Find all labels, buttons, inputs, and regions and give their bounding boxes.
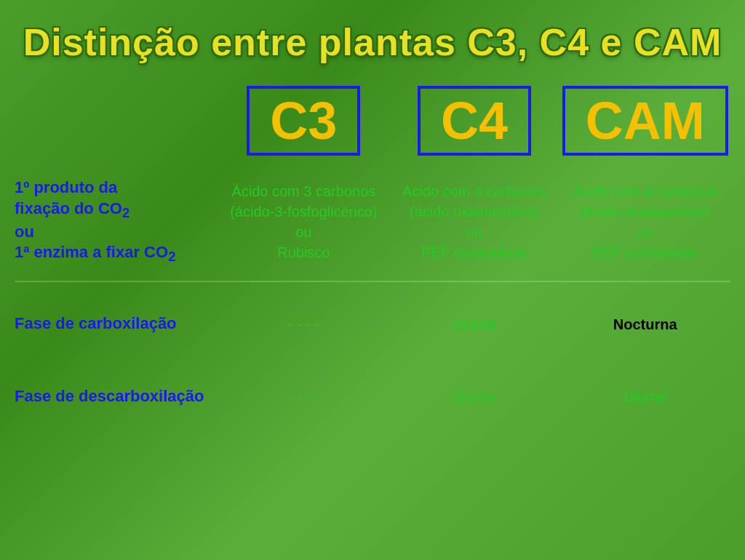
main-table: C3 C4 CAM 1º produto da fixação do CO2 o… (0, 86, 745, 426)
cam-carboxilacao: Nocturna (559, 314, 730, 335)
row-first-product: 1º produto da fixação do CO2 ou 1ª enzim… (15, 177, 730, 266)
divider-1 (15, 281, 730, 282)
c3-box: C3 (247, 86, 360, 156)
c4-box: C4 (418, 86, 531, 156)
c3-header-cell: C3 (218, 86, 389, 156)
c4-carboxilacao: Diurna (389, 314, 560, 335)
cam-first-product: Ácido com 4 carbonos (ácido oxaloacético… (559, 181, 730, 263)
cam-header-cell: CAM (559, 86, 730, 156)
c4-descarboxilacao: Diurna (389, 387, 560, 407)
row-first-product-label: 1º produto da fixação do CO2 ou 1ª enzim… (15, 177, 218, 266)
c3-descarboxilacao: - - - - (218, 387, 389, 407)
header-row: C3 C4 CAM (15, 86, 730, 156)
page-title: Distinção entre plantas C3, C4 e CAM (0, 0, 745, 79)
c4-header-cell: C4 (389, 86, 560, 156)
cam-descarboxilacao: Diurna (559, 387, 730, 407)
cam-label: CAM (586, 92, 705, 150)
row-carboxilacao-label: Fase de carboxilação (15, 313, 218, 335)
cam-box: CAM (562, 86, 728, 156)
c3-carboxilacao: - - - - (218, 314, 389, 335)
c4-label: C4 (441, 92, 508, 150)
c3-first-product: Ácido com 3 carbonos (ácido-3-fosfoglicé… (218, 181, 389, 263)
c3-label: C3 (270, 92, 337, 150)
row-descarboxilacao: Fase de descarboxilação - - - - Diurna D… (15, 368, 730, 426)
c4-first-product: Ácido com 4 carbonos (ácido oxaloacético… (389, 181, 560, 263)
row-carboxilacao: Fase de carboxilação - - - - Diurna Noct… (15, 295, 730, 353)
row-descarboxilacao-label: Fase de descarboxilação (15, 386, 218, 407)
